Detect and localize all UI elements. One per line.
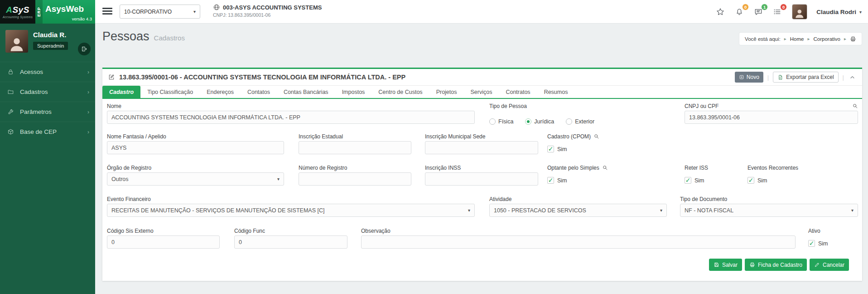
chevron-right-icon: ›: [87, 129, 89, 135]
tipo-pessoa-label: Tipo de Pessoa: [489, 103, 670, 109]
orgao-registro-select[interactable]: Outros ▾: [107, 172, 284, 186]
topbar: ASyS Accounting Systems ERP AsysWeb vers…: [0, 0, 868, 24]
sidebar-item-cadastros[interactable]: Cadastros ›: [0, 82, 95, 102]
export-excel-label: Exportar para Excel: [786, 74, 834, 80]
chevron-right-icon: ▸: [807, 36, 810, 41]
codigo-sis-externo-input[interactable]: [107, 235, 220, 249]
evento-financeiro-select[interactable]: RECEITAS DE MANUTENÇÃO - SERVIÇOS DE MAN…: [107, 204, 475, 217]
tab-servicos[interactable]: Serviços: [463, 86, 499, 98]
tab-contatos[interactable]: Contatos: [241, 86, 277, 98]
printer-icon: [749, 262, 755, 268]
tab-projetos[interactable]: Projetos: [429, 86, 464, 98]
sidebar-item-label: Acessos: [20, 69, 43, 75]
user-avatar[interactable]: [792, 4, 807, 20]
menu-toggle-button[interactable]: [102, 8, 113, 16]
numero-registro-label: Número de Registro: [299, 164, 411, 171]
inscricao-municipal-input[interactable]: [425, 141, 538, 154]
sidebar-item-parametros[interactable]: Parâmetros ›: [0, 102, 95, 122]
ativo-label: Ativo: [808, 227, 849, 234]
nome-fantasia-input[interactable]: [107, 141, 284, 154]
excel-file-icon: [777, 74, 783, 80]
novo-button[interactable]: Novo: [735, 72, 763, 83]
tab-tipo-classificacao[interactable]: Tipo Classificação: [140, 86, 200, 98]
reter-iss-field: Reter ISS Sim: [685, 164, 734, 184]
tab-enderecos[interactable]: Endereços: [200, 86, 241, 98]
form-action-buttons: Salvar Ficha de Cadastro Cancelar: [709, 259, 849, 271]
collapse-card-button[interactable]: [848, 73, 857, 82]
tab-resumos[interactable]: Resumos: [537, 86, 575, 98]
inscricao-inss-label: Inscrição INSS: [425, 164, 538, 171]
optante-simples-checkbox[interactable]: Sim: [547, 177, 651, 184]
eventos-recorrentes-checkbox[interactable]: Sim: [747, 177, 825, 184]
asys-logo-text: ASyS: [6, 5, 29, 15]
observacao-label: Observação: [361, 227, 796, 234]
nome-input[interactable]: [107, 111, 475, 124]
sidebar-item-label: Base de CEP: [20, 128, 57, 135]
radio-exterior[interactable]: Exterior: [566, 118, 594, 125]
codigo-func-input[interactable]: [234, 235, 347, 249]
notifications-button[interactable]: 0: [735, 7, 745, 17]
user-menu-button[interactable]: Claudia Rodri ▾: [816, 9, 862, 15]
inscricao-inss-input[interactable]: [425, 172, 538, 186]
favorites-star-button[interactable]: [716, 7, 726, 17]
sidebar-user-info: Claudia R. Superadmin: [33, 30, 68, 53]
radio-circle: [489, 118, 496, 125]
tasks-button[interactable]: 0: [773, 7, 783, 17]
nome-label: Nome: [107, 103, 475, 109]
observacao-field: Observação: [361, 227, 796, 249]
radio-fisica[interactable]: Física: [489, 118, 513, 125]
chevron-right-icon: ›: [87, 109, 89, 115]
reter-iss-checkbox[interactable]: Sim: [685, 177, 734, 184]
tipo-documento-select[interactable]: NF - NOTA FISCAL ▾: [680, 204, 858, 217]
sidebar-item-acessos[interactable]: Acessos ›: [0, 62, 95, 82]
chevron-down-icon: ▾: [277, 176, 280, 181]
breadcrumb-home-link[interactable]: Home: [790, 36, 804, 42]
tab-impostos[interactable]: Impostos: [335, 86, 372, 98]
divider: |: [843, 74, 844, 81]
codigo-sis-externo-label: Código Sis Externo: [107, 227, 220, 234]
atividade-select[interactable]: 1050 - PRESTACAO DE SERVICOS ▾: [489, 204, 667, 217]
salvar-button[interactable]: Salvar: [709, 259, 742, 271]
inscricao-estadual-input[interactable]: [299, 141, 411, 154]
chevron-down-icon: ▾: [193, 9, 196, 14]
sidebar: Claudia R. Superadmin Acessos › Cadastro…: [0, 24, 95, 294]
cadastro-cpom-checkbox[interactable]: Sim: [547, 146, 651, 152]
record-title: 13.863.395/0001-06 - ACCOUNTING SYSTEMS …: [119, 74, 405, 81]
card-header: 13.863.395/0001-06 - ACCOUNTING SYSTEMS …: [102, 69, 862, 86]
tab-contratos[interactable]: Contratos: [499, 86, 537, 98]
sidebar-item-base-de-cep[interactable]: Base de CEP ›: [0, 122, 95, 142]
breadcrumb-prefix: Você está aqui:: [745, 36, 781, 42]
optante-simples-field: Optante pelo Simples Sim: [547, 164, 651, 184]
numero-registro-input[interactable]: [299, 172, 411, 186]
chevron-right-icon: ▸: [784, 36, 786, 41]
export-excel-button[interactable]: Exportar para Excel: [773, 72, 838, 83]
printer-icon: [850, 36, 856, 42]
messages-button[interactable]: 1: [754, 7, 764, 17]
chevron-right-icon: ›: [87, 69, 89, 75]
search-icon[interactable]: [602, 165, 608, 171]
ativo-checkbox-label: Sim: [818, 240, 828, 247]
radio-juridica-label: Jurídica: [534, 118, 554, 125]
breadcrumb-corporativo-link[interactable]: Corporativo: [814, 36, 840, 42]
observacao-input[interactable]: [361, 235, 796, 249]
evento-financeiro-value: RECEITAS DE MANUTENÇÃO - SERVIÇOS DE MAN…: [111, 207, 324, 214]
logout-button[interactable]: [78, 43, 91, 55]
nome-field: Nome: [107, 103, 475, 124]
tab-contas-bancarias[interactable]: Contas Bancárias: [277, 86, 335, 98]
ficha-de-cadastro-button[interactable]: Ficha de Cadastro: [745, 259, 807, 271]
radio-fisica-label: Física: [498, 118, 513, 125]
cnpj-cpf-input[interactable]: [685, 111, 858, 124]
search-icon[interactable]: [593, 133, 599, 139]
evento-financeiro-field: Evento Financeiro RECEITAS DE MANUTENÇÃO…: [107, 196, 475, 217]
print-button[interactable]: [850, 36, 856, 42]
company-select-value: 10-CORPORATIVO: [124, 9, 172, 15]
radio-juridica[interactable]: Jurídica: [525, 118, 554, 125]
tab-cadastro[interactable]: Cadastro: [102, 86, 140, 98]
company-select[interactable]: 10-CORPORATIVO ▾: [120, 5, 200, 19]
current-company: 003-ASYS ACCOUNTING SYSTEMS CNPJ: 13.863…: [213, 4, 322, 18]
tab-centro-de-custos[interactable]: Centro de Custos: [371, 86, 429, 98]
ativo-checkbox[interactable]: Sim: [808, 240, 849, 247]
search-icon[interactable]: [852, 103, 858, 109]
cancelar-button[interactable]: Cancelar: [810, 259, 849, 271]
radio-exterior-label: Exterior: [575, 118, 594, 125]
